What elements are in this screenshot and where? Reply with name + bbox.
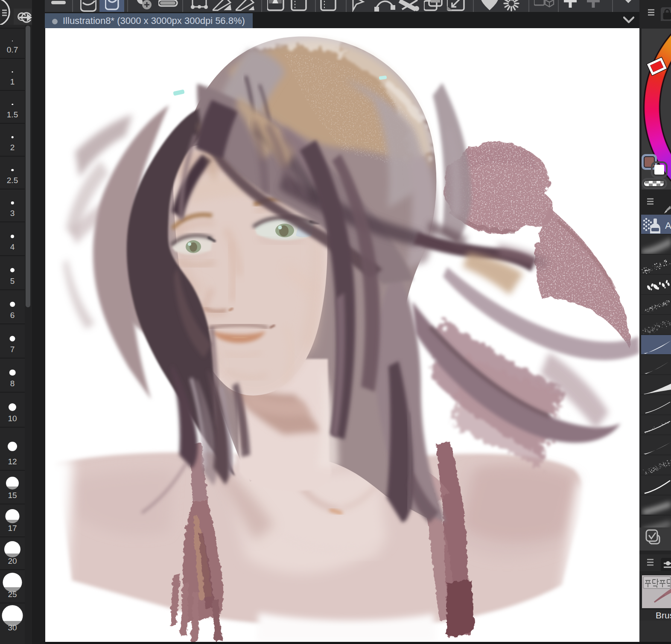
svg-text:Ai: Ai (665, 220, 671, 231)
